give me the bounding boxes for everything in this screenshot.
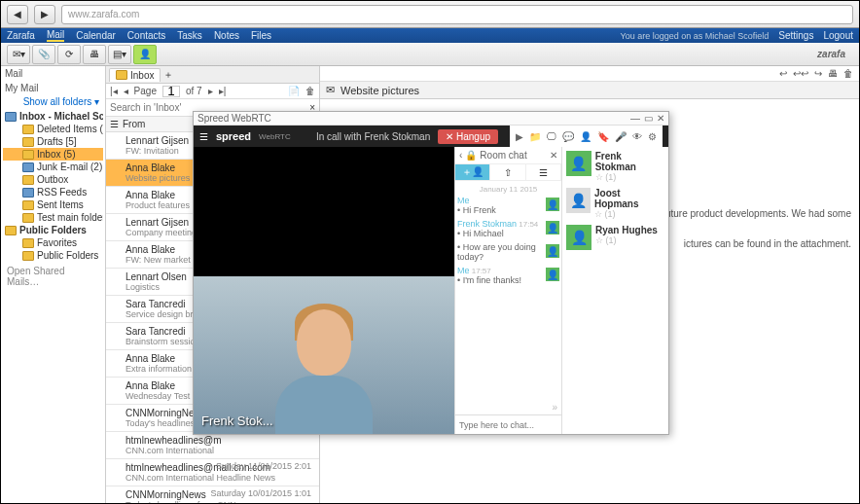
- attach-button[interactable]: 📎: [32, 45, 55, 64]
- chat-title: Room chat: [480, 150, 526, 161]
- video-icon[interactable]: ▶: [516, 131, 523, 142]
- folder-rss-feeds[interactable]: RSS Feeds: [3, 186, 103, 198]
- page-of: of 7: [186, 86, 202, 96]
- settings-link[interactable]: Settings: [778, 30, 813, 41]
- back-button[interactable]: ◀: [7, 5, 28, 24]
- bookmark-icon[interactable]: 🔖: [597, 131, 609, 142]
- spreed-sub: WebRTC: [259, 132, 291, 141]
- view-icon[interactable]: 👁: [632, 131, 642, 142]
- chat-panel: ‹ 🔒 Room chat ✕ ＋👤 ⇧ ☰ January 11 2015Me…: [454, 147, 561, 434]
- menu-contacts[interactable]: Contacts: [127, 30, 165, 41]
- app-menu[interactable]: Zarafa: [7, 30, 35, 41]
- chat-message: Frenk Stokman 17:54• Hi Michael👤: [457, 219, 559, 238]
- spreed-logo: spreed: [216, 130, 251, 142]
- copy-icon[interactable]: 📄: [288, 86, 300, 96]
- folder-outbox[interactable]: Outbox: [3, 173, 103, 186]
- chat-more-button[interactable]: ☰: [526, 164, 561, 180]
- logout-link[interactable]: Logout: [823, 30, 853, 41]
- menu-files[interactable]: Files: [251, 30, 271, 41]
- browser-bar: ◀ ▶ www.zarafa.com: [1, 1, 859, 28]
- my-mail-label: My Mail: [1, 81, 105, 95]
- participant[interactable]: 👤Joost Hopmans☆ (1): [566, 188, 664, 219]
- main-menu: Zarafa Mail Calendar Contacts Tasks Note…: [1, 28, 859, 43]
- close-icon[interactable]: ✕: [657, 113, 664, 124]
- folder-drafts-5-[interactable]: Drafts [5]: [3, 135, 103, 148]
- page-label: Page: [134, 86, 157, 96]
- chat-input[interactable]: [455, 415, 561, 434]
- chat-close-icon[interactable]: ✕: [550, 150, 557, 161]
- folder-junk-e-mail-2-[interactable]: Junk E-mail (2): [3, 161, 103, 173]
- open-shared-link[interactable]: Open Shared Mails…: [1, 264, 105, 289]
- webrtc-window: Spreed WebRTC — ▭ ✕ ☰ spreed WebRTC In c…: [193, 111, 669, 435]
- page-input[interactable]: [162, 86, 180, 97]
- folder-sidebar: Mail My Mail Show all folders ▾ Inbox - …: [1, 66, 106, 503]
- chat-upload-button[interactable]: ⇧: [490, 164, 525, 180]
- delete-icon[interactable]: 🗑: [305, 86, 315, 96]
- icon-col[interactable]: ☰: [110, 119, 119, 129]
- folder-sent-items[interactable]: Sent Items: [3, 198, 103, 211]
- reply-icon[interactable]: ↩: [779, 68, 787, 79]
- last-page[interactable]: ▸|: [219, 86, 227, 96]
- folder-deleted-items-8-[interactable]: Deleted Items (8): [3, 123, 103, 135]
- menu-notes[interactable]: Notes: [214, 30, 239, 41]
- add-person-button[interactable]: ＋👤: [455, 164, 490, 180]
- share-icon[interactable]: 📁: [529, 131, 541, 142]
- participant[interactable]: 👤Frenk Stokman☆ (1): [566, 151, 664, 182]
- forward-icon[interactable]: ↪: [814, 68, 822, 79]
- next-page[interactable]: ▸: [208, 86, 213, 96]
- sidebar-title: Mail: [1, 66, 105, 81]
- webrtc-button[interactable]: 👤: [133, 45, 157, 64]
- new-tab-button[interactable]: ＋: [163, 68, 173, 82]
- folder-test-main-folder[interactable]: Test main folder: [3, 211, 103, 224]
- folder-inbox-5-[interactable]: Inbox (5): [3, 148, 103, 161]
- message-row[interactable]: CNNMorningNewsToday's headlines from CNN…: [106, 486, 319, 503]
- mic-icon[interactable]: 🎤: [615, 131, 627, 142]
- gear-icon[interactable]: ⚙: [648, 131, 657, 142]
- compose-button[interactable]: ✉▾: [7, 45, 30, 64]
- print-button[interactable]: 🖶: [83, 45, 106, 64]
- layout-button[interactable]: ▤▾: [108, 45, 131, 64]
- screen-icon[interactable]: 🖵: [547, 131, 556, 142]
- chat-icon[interactable]: 💬: [562, 131, 574, 142]
- video-participant-name: Frenk Stok...: [201, 414, 273, 428]
- message-row[interactable]: htmlnewheadlines@mail.cnn.comCNN.com Int…: [106, 459, 319, 486]
- people-icon[interactable]: 👤: [580, 131, 591, 142]
- toolbar: ✉▾ 📎 ⟳ 🖶 ▤▾ 👤 zarafa: [1, 43, 859, 66]
- trash-icon[interactable]: 🗑: [843, 68, 853, 79]
- reply-all-icon[interactable]: ↩↩: [793, 68, 808, 79]
- folder-public-folders[interactable]: Public Folders: [3, 249, 103, 262]
- from-header[interactable]: From: [123, 119, 145, 129]
- collapse-icon[interactable]: »: [455, 400, 561, 414]
- participant[interactable]: 👤Ryan Hughes☆ (1): [566, 225, 664, 250]
- brand-logo: zarafa: [817, 49, 853, 59]
- pager: |◂ ◂ Page of 7 ▸ ▸| 📄 🗑: [106, 84, 319, 99]
- hangup-button[interactable]: ✕ Hangup: [438, 129, 498, 144]
- chat-message: Me 17:57• I'm fine thanks!👤: [457, 266, 559, 285]
- forward-button[interactable]: ▶: [34, 5, 55, 24]
- chat-message: • How are you doing today?👤: [457, 242, 559, 262]
- video-feed: Frenk Stok...: [194, 147, 454, 434]
- prev-page[interactable]: ◂: [124, 86, 128, 96]
- participants-panel: 👤Frenk Stokman☆ (1)👤Joost Hopmans☆ (1)👤R…: [561, 147, 668, 434]
- logged-in-text: You are logged on as Michael Scofield: [620, 31, 769, 41]
- message-row[interactable]: htmlnewheadlines@mCNN.com International: [106, 432, 319, 459]
- menu-calendar[interactable]: Calendar: [76, 30, 116, 41]
- chat-message: Me• Hi Frenk👤: [457, 196, 559, 215]
- print-icon[interactable]: 🖶: [828, 68, 838, 79]
- menu-tasks[interactable]: Tasks: [177, 30, 202, 41]
- first-page[interactable]: |◂: [110, 86, 118, 96]
- minimize-icon[interactable]: —: [630, 113, 640, 124]
- maximize-icon[interactable]: ▭: [644, 113, 653, 124]
- show-all-folders[interactable]: Show all folders ▾: [1, 95, 105, 108]
- mail-subject: Website pictures: [340, 85, 419, 96]
- folder-inbox-michael-scofield[interactable]: Inbox - Michael Scofield: [3, 110, 103, 123]
- menu-mail[interactable]: Mail: [47, 29, 64, 42]
- folder-favorites[interactable]: Favorites: [3, 236, 103, 249]
- mail-icon: ✉: [326, 84, 335, 96]
- chat-back-icon[interactable]: ‹: [459, 150, 462, 161]
- inbox-tab[interactable]: Inbox: [109, 68, 161, 82]
- menu-icon[interactable]: ☰: [199, 131, 208, 142]
- address-bar[interactable]: www.zarafa.com: [61, 5, 853, 24]
- folder-public-folders[interactable]: Public Folders: [3, 224, 103, 236]
- refresh-button[interactable]: ⟳: [57, 45, 81, 64]
